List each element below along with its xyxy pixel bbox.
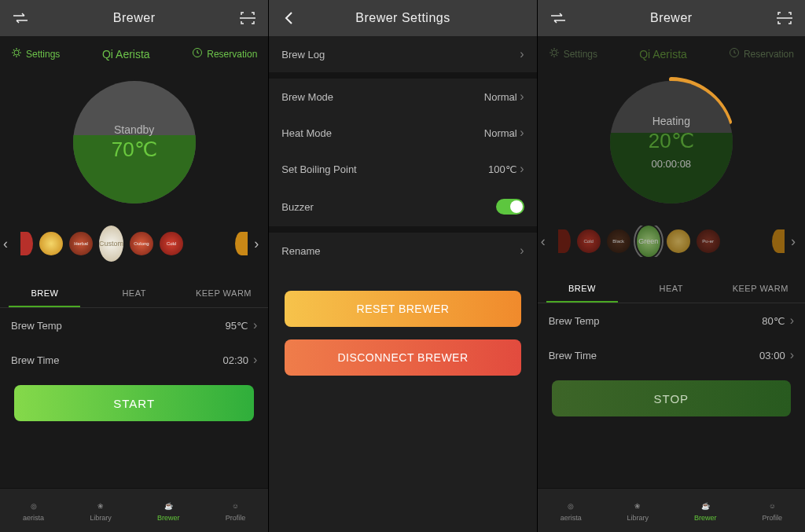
tab-heat[interactable]: HEAT xyxy=(90,279,179,307)
back-icon[interactable] xyxy=(278,7,300,29)
preset-chip[interactable] xyxy=(39,232,63,255)
subheader: Settings Qi Aerista Reservation xyxy=(538,36,805,64)
preset-chip[interactable] xyxy=(558,229,571,253)
dial-temp: 20℃ xyxy=(649,129,694,153)
brew-mode-row[interactable]: Brew Mode Normal › xyxy=(269,79,536,115)
tabbar-library[interactable]: ❀ Library xyxy=(90,500,112,522)
scan-icon[interactable] xyxy=(237,7,259,29)
brew-temp-value: 80℃ xyxy=(762,315,785,327)
tab-brew[interactable]: BREW xyxy=(0,279,90,307)
brew-temp-row[interactable]: Brew Temp 80℃› xyxy=(538,303,805,338)
boiling-point-label: Set Boiling Point xyxy=(281,163,356,175)
brew-time-label: Brew Time xyxy=(11,354,59,366)
brew-mode-value: Normal xyxy=(484,91,517,103)
svg-point-0 xyxy=(14,50,19,55)
subheader: Settings Qi Aerista Reservation xyxy=(0,36,268,64)
chevron-right-icon: › xyxy=(790,349,794,361)
reservation-link[interactable]: Reservation xyxy=(729,47,794,61)
tabbar-brewer[interactable]: ☕ Brewer xyxy=(157,500,180,522)
dial-timer: 00:00:08 xyxy=(652,158,692,170)
aerista-icon: ◎ xyxy=(563,500,579,512)
swap-icon[interactable] xyxy=(547,7,569,29)
tab-keepwarm[interactable]: KEEP WARM xyxy=(716,274,805,303)
heat-mode-label: Heat Mode xyxy=(281,127,332,139)
chevron-right-icon: › xyxy=(253,354,257,366)
chevron-left-icon[interactable]: ‹ xyxy=(3,236,14,252)
tab-brew[interactable]: BREW xyxy=(538,274,627,303)
chevron-right-icon[interactable]: › xyxy=(254,236,265,252)
dial-temp: 70℃ xyxy=(112,138,157,162)
brew-temp-label: Brew Temp xyxy=(549,315,600,327)
brew-time-row[interactable]: Brew Time 03:00› xyxy=(538,338,805,372)
preset-chip-selected[interactable]: Green xyxy=(637,226,660,257)
screen-brewer-settings: Brewer Settings Brew Log › Brew Mode Nor… xyxy=(268,0,536,532)
device-name[interactable]: Qi Aerista xyxy=(639,48,687,61)
chevron-right-icon: › xyxy=(253,319,257,332)
chevron-left-icon[interactable]: ‹ xyxy=(541,233,552,250)
tab-heat[interactable]: HEAT xyxy=(627,274,715,303)
brew-time-label: Brew Time xyxy=(549,350,597,361)
scan-icon[interactable] xyxy=(774,7,796,29)
preset-chip[interactable] xyxy=(667,229,690,253)
rename-label: Rename xyxy=(281,245,320,257)
preset-chip[interactable]: Cold xyxy=(160,232,183,255)
buzzer-label: Buzzer xyxy=(281,201,313,213)
chevron-right-icon: › xyxy=(520,162,524,175)
tabbar-aerista[interactable]: ◎ aerista xyxy=(23,500,44,522)
page-title: Brewer xyxy=(569,11,774,25)
chevron-right-icon[interactable]: › xyxy=(791,233,802,250)
reset-brewer-button[interactable]: RESET BREWER xyxy=(285,291,520,327)
chevron-right-icon: › xyxy=(520,126,524,139)
settings-link[interactable]: Settings xyxy=(549,47,597,61)
heat-mode-row[interactable]: Heat Mode Normal › xyxy=(269,115,536,151)
preset-chip-selected[interactable]: Custom xyxy=(99,226,123,262)
preset-chip[interactable]: Oolong xyxy=(130,232,153,255)
navbar: Brewer xyxy=(538,0,805,36)
mode-tabs: BREW HEAT KEEP WARM xyxy=(538,274,805,303)
clock-icon xyxy=(729,47,740,61)
preset-chip[interactable] xyxy=(235,232,248,255)
stop-button[interactable]: STOP xyxy=(552,380,791,416)
tab-keepwarm[interactable]: KEEP WARM xyxy=(179,279,269,307)
boiling-point-value: 100℃ xyxy=(488,163,517,175)
reservation-link[interactable]: Reservation xyxy=(192,47,257,61)
tabbar-profile[interactable]: ☺ Profile xyxy=(226,500,246,522)
tabbar-profile[interactable]: ☺ Profile xyxy=(762,500,782,522)
settings-link[interactable]: Settings xyxy=(11,47,60,61)
chevron-right-icon: › xyxy=(520,244,524,257)
rename-row[interactable]: Rename › xyxy=(269,233,536,269)
preset-chip[interactable] xyxy=(20,232,33,255)
brew-mode-label: Brew Mode xyxy=(281,91,333,103)
brew-time-value: 03:00 xyxy=(759,350,785,361)
brew-log-row[interactable]: Brew Log › xyxy=(269,36,536,72)
settings-label: Settings xyxy=(564,49,597,60)
navbar: Brewer xyxy=(0,0,268,36)
preset-chip[interactable]: Herbal xyxy=(69,232,93,255)
aerista-icon: ◎ xyxy=(26,500,42,512)
buzzer-toggle[interactable] xyxy=(496,199,524,215)
preset-chip[interactable]: Black xyxy=(607,229,630,253)
device-name[interactable]: Qi Aerista xyxy=(102,48,150,61)
swap-icon[interactable] xyxy=(9,7,31,29)
heat-mode-value: Normal xyxy=(484,127,517,139)
dial-status: Standby xyxy=(114,123,154,136)
preset-chip[interactable]: Cold xyxy=(577,229,601,253)
person-icon: ☺ xyxy=(227,500,243,512)
svg-point-2 xyxy=(552,50,557,55)
disconnect-brewer-button[interactable]: DISCONNECT BREWER xyxy=(285,339,520,376)
navbar: Brewer Settings xyxy=(269,0,536,36)
reservation-label: Reservation xyxy=(744,49,794,60)
brew-time-row[interactable]: Brew Time 02:30› xyxy=(0,343,268,377)
tabbar: ◎ aerista ❀ Library ☕ Brewer ☺ Profile xyxy=(0,488,268,532)
tabbar-brewer[interactable]: ☕ Brewer xyxy=(694,500,717,522)
tabbar-library[interactable]: ❀ Library xyxy=(627,500,649,522)
tabbar-aerista[interactable]: ◎ aerista xyxy=(561,500,582,522)
boiling-point-row[interactable]: Set Boiling Point 100℃ › xyxy=(269,151,536,187)
brew-temp-row[interactable]: Brew Temp 95℃› xyxy=(0,308,268,343)
start-button[interactable]: START xyxy=(14,385,254,421)
mode-tabs: BREW HEAT KEEP WARM xyxy=(0,279,268,307)
preset-chip[interactable] xyxy=(772,229,785,253)
preset-chip[interactable]: Pu-er xyxy=(697,229,720,253)
person-icon: ☺ xyxy=(764,500,780,512)
dial: Standby 70℃ xyxy=(0,81,268,204)
